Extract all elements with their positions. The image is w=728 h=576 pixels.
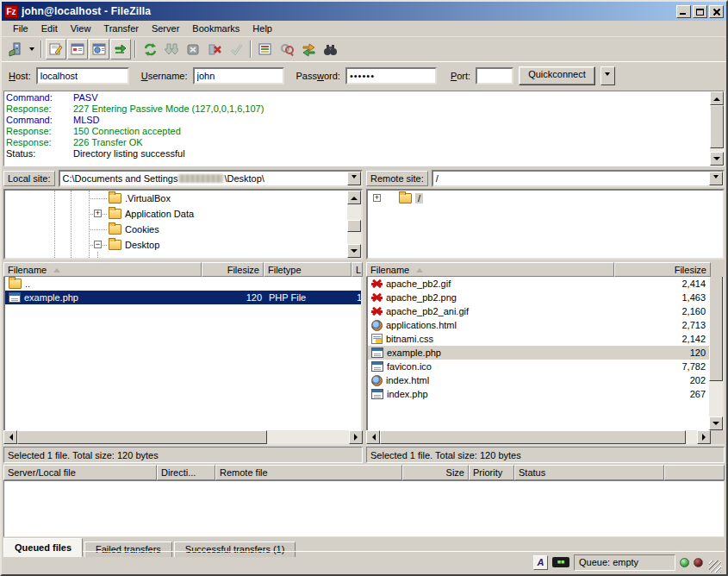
collapse-icon[interactable]: − — [94, 241, 102, 248]
file-row-example-php-selected[interactable]: example.php 120 — [368, 346, 709, 360]
menu-help[interactable]: Help — [246, 22, 278, 35]
scroll-left-button[interactable] — [366, 430, 380, 444]
tree-item-desktop[interactable]: − Desktop — [5, 237, 347, 253]
scroll-up-button[interactable] — [347, 191, 361, 204]
remote-list-hscrollbar[interactable] — [366, 430, 711, 444]
minimize-button[interactable] — [676, 5, 691, 18]
username-input[interactable] — [193, 67, 284, 85]
remote-directory-tree[interactable]: + / — [366, 189, 725, 260]
close-button[interactable] — [709, 5, 724, 18]
sort-ascending-icon — [416, 265, 423, 272]
column-header-filesize[interactable]: Filesize — [202, 262, 264, 277]
synchronized-browsing-button[interactable] — [298, 39, 319, 59]
reconnect-button[interactable] — [226, 39, 246, 59]
tab-queued-files[interactable]: Queued files — [3, 538, 83, 557]
tree-item-virtualbox[interactable]: .VirtualBox — [5, 191, 347, 206]
menu-server[interactable]: Server — [146, 22, 185, 35]
remote-path-combo[interactable]: / — [432, 170, 725, 187]
expand-icon[interactable]: + — [373, 194, 381, 202]
scroll-down-button[interactable] — [347, 244, 361, 258]
scroll-up-button[interactable] — [710, 91, 724, 105]
tree-item-root[interactable]: + / — [368, 191, 709, 206]
column-header-direction[interactable]: Directi... — [157, 465, 215, 480]
file-row[interactable]: applications.html 2,713 — [368, 318, 709, 332]
local-list-hscrollbar[interactable] — [3, 430, 363, 444]
scroll-thumb[interactable] — [347, 220, 361, 232]
site-manager-button[interactable] — [5, 39, 26, 59]
scroll-down-button[interactable] — [710, 152, 724, 166]
column-header-size[interactable]: Size — [402, 465, 469, 480]
message-log[interactable]: Command:PASV Response:227 Entering Passi… — [3, 91, 725, 166]
remote-list-scrollbar[interactable] — [709, 277, 723, 430]
toggle-transfer-queue-button[interactable] — [110, 39, 131, 59]
local-directory-tree[interactable]: .VirtualBox + Application Data Cookies − — [3, 189, 363, 260]
speed-limit-icon[interactable]: ■■ — [552, 557, 569, 567]
file-row[interactable]: apache_pb2.png 1,463 — [368, 291, 709, 304]
file-row[interactable]: index.php 267 — [368, 387, 709, 401]
file-row[interactable]: bitnami.css 2,142 — [368, 332, 709, 346]
column-header-filetype[interactable]: Filetype — [264, 262, 352, 277]
file-row[interactable]: favicon.ico 7,782 — [368, 360, 709, 373]
tree-item-cookies[interactable]: Cookies — [5, 222, 347, 237]
password-input[interactable] — [345, 67, 437, 85]
menu-file[interactable]: File — [7, 22, 34, 35]
column-header-status[interactable]: Status — [514, 465, 664, 480]
host-input[interactable] — [36, 67, 129, 85]
scroll-thumb[interactable] — [380, 430, 686, 444]
expand-icon[interactable]: + — [94, 210, 102, 217]
tree-item-application-data[interactable]: + Application Data — [5, 206, 347, 222]
directory-listing-filters-button[interactable] — [255, 39, 276, 59]
file-row[interactable]: index.html 202 — [368, 373, 709, 387]
column-header-filename[interactable]: Filename — [366, 262, 614, 277]
column-header-server-local-file[interactable]: Server/Local file — [3, 465, 157, 480]
file-row-parent-dir[interactable]: .. — [5, 277, 361, 291]
file-row[interactable]: apache_pb2_ani.gif 2,160 — [368, 304, 709, 318]
file-row[interactable]: apache_pb2.gif 2,414 — [368, 277, 709, 291]
remote-list-body[interactable]: apache_pb2.gif 2,414 apache_pb2.png 1,46… — [366, 277, 725, 430]
directory-comparison-button[interactable] — [277, 39, 297, 59]
local-list-body[interactable]: .. example.php 120 PHP File 1 — [3, 277, 363, 430]
maximize-button[interactable] — [693, 5, 707, 18]
local-path-dropdown-button[interactable] — [347, 172, 361, 185]
column-header-filesize[interactable]: Filesize — [614, 262, 711, 277]
remote-path-dropdown-button[interactable] — [709, 172, 723, 185]
quickconnect-button[interactable]: Quickconnect — [519, 66, 595, 85]
column-header-priority[interactable]: Priority — [469, 465, 514, 480]
local-tree-scrollbar[interactable] — [347, 191, 361, 258]
cancel-operation-button[interactable] — [183, 39, 203, 59]
dropdown-arrow-icon — [605, 72, 610, 78]
refresh-button[interactable] — [140, 39, 160, 59]
menu-edit[interactable]: Edit — [35, 22, 64, 35]
log-scrollbar[interactable] — [710, 91, 724, 166]
file-size: 120 — [203, 291, 265, 304]
scroll-right-button[interactable] — [349, 430, 363, 444]
scroll-right-button[interactable] — [697, 430, 711, 444]
log-label: Command: — [6, 115, 73, 126]
toggle-local-tree-button[interactable] — [67, 39, 88, 59]
process-queue-button[interactable] — [161, 39, 182, 59]
resize-grip[interactable] — [709, 560, 721, 573]
column-header-filename[interactable]: Filename — [3, 262, 202, 277]
local-path-combo[interactable]: C:\Documents and Settings\Desktop\ — [59, 170, 363, 187]
find-files-button[interactable] — [320, 39, 340, 59]
port-input[interactable] — [476, 67, 513, 85]
scroll-thumb[interactable] — [17, 430, 267, 444]
menu-view[interactable]: View — [65, 22, 97, 35]
quickconnect-dropdown-button[interactable] — [600, 66, 615, 85]
scroll-left-button[interactable] — [3, 430, 17, 444]
scroll-thumb[interactable] — [709, 277, 723, 381]
queue-list-body[interactable] — [3, 480, 725, 537]
column-header-last-modified[interactable]: L — [352, 262, 363, 277]
menu-bookmarks[interactable]: Bookmarks — [186, 22, 246, 35]
column-header-remote-file[interactable]: Remote file — [215, 465, 402, 480]
toggle-message-log-button[interactable] — [46, 39, 66, 59]
scroll-down-button[interactable] — [709, 416, 723, 430]
scroll-thumb[interactable] — [710, 105, 724, 148]
reconnect-icon — [229, 42, 243, 56]
toggle-remote-tree-button[interactable] — [89, 39, 109, 59]
file-row-example-php-selected[interactable]: example.php 120 PHP File 1 — [5, 291, 361, 304]
ascii-data-type-icon[interactable]: A — [533, 555, 548, 570]
disconnect-button[interactable] — [204, 39, 225, 59]
menu-transfer[interactable]: Transfer — [97, 22, 145, 35]
site-manager-dropdown-button[interactable] — [27, 40, 37, 59]
